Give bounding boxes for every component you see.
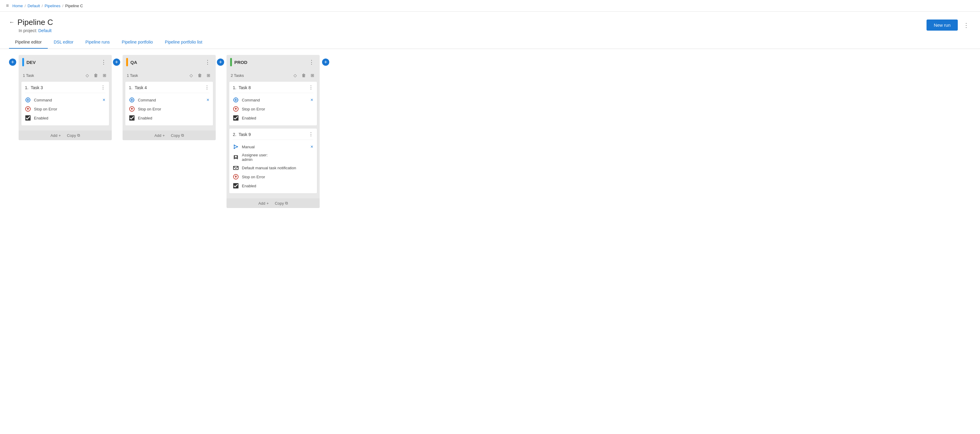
stage-dev-footer: Add + Copy ⧉ <box>19 131 112 140</box>
stage-dev-pin-button[interactable]: ◇ <box>84 72 90 78</box>
stage-dev-more-button[interactable]: ⋮ <box>99 58 108 66</box>
task3-type-chevron[interactable]: ✕ <box>102 98 105 102</box>
task9-enabled-label: Enabled <box>242 184 313 188</box>
svg-point-28 <box>234 145 235 146</box>
tab-pipeline-editor[interactable]: Pipeline editor <box>9 36 48 49</box>
breadcrumb-default[interactable]: Default <box>28 3 40 8</box>
stage-dev-name: DEV <box>26 60 97 65</box>
page-header-right: New run ⋮ <box>926 18 971 31</box>
tabs-bar: Pipeline editor DSL editor Pipeline runs… <box>0 36 980 49</box>
subtitle-prefix: In project: <box>19 28 37 33</box>
task4-stop-on-error-icon <box>129 106 135 112</box>
page-title: Pipeline C <box>18 18 53 27</box>
stage-dev-copy-footer-button[interactable]: Copy ⧉ <box>67 133 80 138</box>
task9-assignee-row: Assignee user: admin <box>233 151 313 163</box>
stage-prod-add-button[interactable]: Add + <box>258 201 269 206</box>
task8-stop-on-error-row: Stop on Error <box>233 105 313 114</box>
more-options-button[interactable]: ⋮ <box>961 20 971 31</box>
stage-qa-color-bar <box>126 58 128 67</box>
task3-enabled-label: Enabled <box>34 116 105 120</box>
command-icon <box>25 97 31 103</box>
add-before-prod-button[interactable]: + <box>217 59 224 66</box>
menu-icon[interactable]: ≡ <box>6 3 9 8</box>
stage-prod-copy-button[interactable]: ⊞ <box>309 72 315 78</box>
stage-prod-delete-button[interactable]: 🗑 <box>301 72 307 78</box>
tab-dsl-editor[interactable]: DSL editor <box>48 36 80 49</box>
stage-prod-copy-footer-button[interactable]: Copy ⧉ <box>275 201 288 206</box>
tab-pipeline-portfolio[interactable]: Pipeline portfolio <box>116 36 159 49</box>
task4-type-chevron[interactable]: ✕ <box>207 98 209 102</box>
task4-stop-on-error-label: Stop on Error <box>138 107 209 111</box>
task8-type-row: Command ✕ <box>233 95 313 105</box>
add-after-prod-button[interactable]: + <box>322 59 329 66</box>
task9-manual-icon <box>233 144 239 150</box>
task9-user-icon <box>233 154 239 160</box>
stage-dev: DEV ⋮ 1 Task ◇ 🗑 ⊞ 1. Task 3 ⋮ <box>19 55 112 140</box>
add-before-qa-button[interactable]: + <box>113 59 120 66</box>
breadcrumb-home[interactable]: Home <box>12 3 23 8</box>
task4-enabled-row: Enabled <box>129 114 209 122</box>
task9-more-button[interactable]: ⋮ <box>309 131 313 137</box>
task-card-task4: 1. Task 4 ⋮ <box>125 81 213 126</box>
stage-qa-add-button[interactable]: Add + <box>154 133 165 138</box>
task9-enabled-row: Enabled <box>233 181 313 190</box>
back-button[interactable]: ← <box>9 19 14 25</box>
stage-wrapper-qa: + QA ⋮ 1 Task ◇ 🗑 ⊞ 1 <box>113 55 217 140</box>
task9-type-chevron[interactable]: ✕ <box>310 145 313 149</box>
stage-qa-delete-button[interactable]: 🗑 <box>196 72 203 78</box>
task9-title: 2. Task 9 <box>233 132 251 137</box>
breadcrumb-pipelines[interactable]: Pipelines <box>45 3 60 8</box>
task4-type-row: Command ✕ <box>129 95 209 105</box>
task4-enabled-checkbox-icon <box>129 115 135 121</box>
task9-stop-on-error-icon <box>233 174 239 180</box>
task9-notification-row: Default manual task notification <box>233 163 313 172</box>
enabled-checkbox-icon <box>25 115 31 121</box>
task4-title: 1. Task 4 <box>129 85 147 90</box>
task4-command-icon <box>129 97 135 103</box>
tab-pipeline-runs[interactable]: Pipeline runs <box>79 36 116 49</box>
subtitle-project-link[interactable]: Default <box>38 28 51 33</box>
task8-enabled-label: Enabled <box>242 116 313 120</box>
task9-enabled-checkbox-icon <box>233 183 239 189</box>
svg-point-19 <box>235 99 236 101</box>
add-before-dev-button[interactable]: + <box>9 59 16 66</box>
task8-stop-on-error-icon <box>233 106 239 112</box>
stage-qa-copy-button[interactable]: ⊞ <box>205 72 212 78</box>
stage-dev-copy-button[interactable]: ⊞ <box>102 72 108 78</box>
task3-stop-on-error-label: Stop on Error <box>34 107 105 111</box>
new-run-button[interactable]: New run <box>926 19 958 31</box>
stage-qa-name: QA <box>130 60 201 65</box>
task3-enabled-row: Enabled <box>25 114 105 122</box>
task3-title: 1. Task 3 <box>25 85 43 90</box>
page-header-left: ← Pipeline C In project: Default <box>9 18 53 33</box>
stage-dev-color-bar <box>22 58 24 67</box>
stop-on-error-icon <box>25 106 31 112</box>
task8-enabled-row: Enabled <box>233 114 313 122</box>
breadcrumb-bar: ≡ Home / Default / Pipelines / Pipeline … <box>0 0 980 12</box>
task8-more-button[interactable]: ⋮ <box>309 85 313 90</box>
stage-prod-tasks-count: 2 Tasks <box>231 73 244 78</box>
task3-more-button[interactable]: ⋮ <box>101 85 105 90</box>
task8-title: 1. Task 8 <box>233 85 251 90</box>
breadcrumb-current: Pipeline C <box>65 3 83 8</box>
tab-pipeline-portfolio-list[interactable]: Pipeline portfolio list <box>159 36 208 49</box>
stage-prod-more-button[interactable]: ⋮ <box>307 58 316 66</box>
stage-wrapper-prod: + PROD ⋮ 2 Tasks ◇ 🗑 ⊞ <box>217 55 329 208</box>
stage-qa-pin-button[interactable]: ◇ <box>188 72 194 78</box>
stage-qa-copy-footer-button[interactable]: Copy ⧉ <box>171 133 184 138</box>
stage-qa: QA ⋮ 1 Task ◇ 🗑 ⊞ 1. Task 4 ⋮ <box>123 55 216 140</box>
stage-prod-name: PROD <box>234 60 305 65</box>
stage-prod-footer: Add + Copy ⧉ <box>226 198 320 208</box>
stage-dev-add-button[interactable]: Add + <box>51 133 61 138</box>
task-card-task3: 1. Task 3 ⋮ <box>21 81 109 126</box>
task8-type-chevron[interactable]: ✕ <box>310 98 313 102</box>
stage-qa-more-button[interactable]: ⋮ <box>203 58 212 66</box>
stage-dev-delete-button[interactable]: 🗑 <box>92 72 99 78</box>
task-card-task9: 2. Task 9 ⋮ Manual <box>229 128 317 193</box>
stage-prod-pin-button[interactable]: ◇ <box>292 72 298 78</box>
task8-enabled-checkbox-icon <box>233 115 239 121</box>
stage-prod-color-bar <box>230 58 232 67</box>
task4-more-button[interactable]: ⋮ <box>205 85 209 90</box>
task-card-task8: 1. Task 8 ⋮ <box>229 81 317 126</box>
task9-stop-on-error-row: Stop on Error <box>233 172 313 181</box>
